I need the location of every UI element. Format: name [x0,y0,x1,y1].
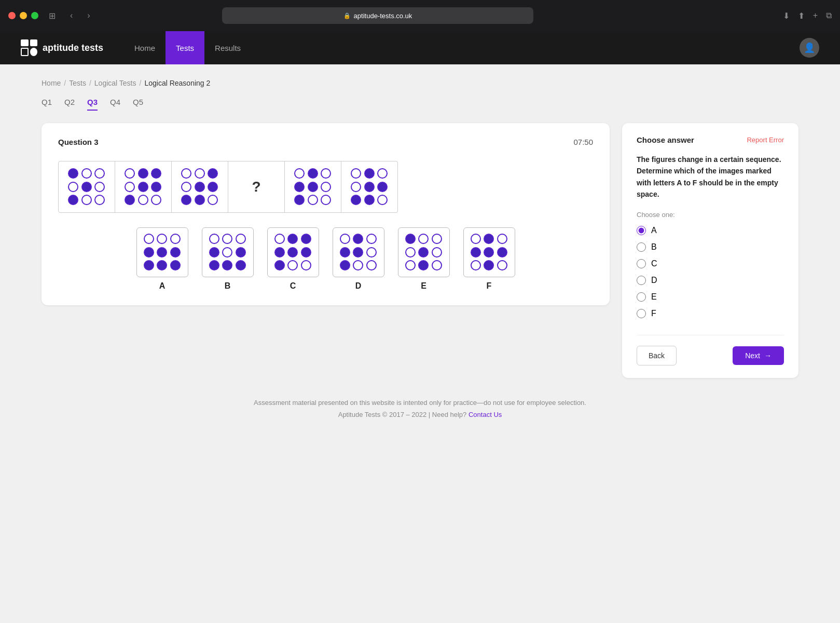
answer-col-C: C [265,227,322,291]
separator-1: / [64,79,66,87]
radio-E[interactable] [637,292,646,302]
option-label-F: F [651,309,656,318]
main-layout: Question 3 07:50 [42,123,798,378]
nav-home[interactable]: Home [124,31,166,64]
browser-actions: ⬇ ⬆ + ⧉ [783,11,832,21]
answer-cell-F[interactable] [463,227,515,277]
option-D[interactable]: D [637,276,784,285]
answer-cell-A[interactable] [136,227,188,277]
navbar: aptitude tests Home Tests Results 👤 [0,31,840,64]
nav-results[interactable]: Results [204,31,251,64]
answer-cell-B[interactable] [202,227,254,277]
breadcrumb: Home / Tests / Logical Tests / Logical R… [42,79,798,87]
breadcrumb-logical-tests[interactable]: Logical Tests [94,79,136,87]
sequence-cell-4-empty: ? [228,161,285,213]
pattern-F [471,234,508,271]
option-label-E: E [651,292,657,302]
sequence-cell-2 [115,161,172,213]
pattern-1 [68,168,105,206]
answer-col-B: B [199,227,256,291]
question-title: Question 3 [58,138,99,146]
nav-tests[interactable]: Tests [166,31,204,64]
footer: Assessment material presented on this we… [42,378,798,431]
tab-q2[interactable]: Q2 [64,98,75,111]
answer-cell-C[interactable] [267,227,319,277]
radio-C[interactable] [637,259,646,268]
breadcrumb-current: Logical Reasoning 2 [144,79,210,87]
new-tab-icon[interactable]: + [813,11,818,20]
pattern-A [144,234,181,271]
tab-q5[interactable]: Q5 [133,98,143,111]
sequence-cell-5 [284,161,341,213]
pattern-6 [351,168,388,206]
tab-q4[interactable]: Q4 [110,98,120,111]
download-icon[interactable]: ⬇ [783,11,790,21]
url-text: aptitude-tests.co.uk [354,12,412,20]
label-C: C [290,281,296,291]
tab-q1[interactable]: Q1 [42,98,52,111]
answer-cell-D[interactable] [333,227,384,277]
instruction-text: The figures change in a certain sequence… [637,154,784,200]
option-E[interactable]: E [637,292,784,302]
maximize-traffic-light[interactable] [31,12,38,19]
timer: 07:50 [573,138,593,146]
arrow-right-icon: → [764,351,772,360]
sidebar-toggle-button[interactable]: ⊞ [45,9,60,23]
answer-col-E: E [395,227,452,291]
sequence-cell-6 [341,161,398,213]
answer-cell-E[interactable] [398,227,450,277]
separator-2: / [89,79,91,87]
action-buttons: Back Next → [637,335,784,365]
nav-user: 👤 [800,38,819,58]
pattern-3 [181,168,218,206]
pattern-E [405,234,443,271]
minimize-traffic-light[interactable] [20,12,27,19]
split-view-icon[interactable]: ⧉ [826,11,832,20]
radio-B[interactable] [637,242,646,252]
contact-us-link[interactable]: Contact Us [469,411,502,418]
breadcrumb-home[interactable]: Home [42,79,61,87]
lock-icon: 🔒 [343,12,351,19]
option-C[interactable]: C [637,259,784,268]
separator-3: / [140,79,142,87]
sequence-cell-1 [58,161,115,213]
pattern-2 [125,168,162,206]
option-A[interactable]: A [637,226,784,235]
answer-col-D: D [330,227,387,291]
forward-button[interactable]: › [83,9,94,22]
radio-A[interactable] [637,226,646,235]
browser-chrome: ⊞ ‹ › 🔒 aptitude-tests.co.uk ⬇ ⬆ + ⧉ [0,0,840,31]
page-content: Home / Tests / Logical Tests / Logical R… [0,64,840,623]
pattern-B [209,234,246,271]
radio-D[interactable] [637,276,646,285]
traffic-lights [8,12,38,19]
logo: aptitude tests [21,39,103,56]
option-F[interactable]: F [637,309,784,318]
back-button[interactable]: ‹ [66,9,77,22]
question-tabs: Q1 Q2 Q3 Q4 Q5 [42,98,798,111]
option-B[interactable]: B [637,242,784,252]
footer-copyright: Aptitude Tests © 2017 – 2022 | Need help… [42,411,798,418]
pattern-5 [294,168,332,206]
back-button[interactable]: Back [637,346,677,365]
tab-q3[interactable]: Q3 [87,98,98,111]
question-header: Question 3 07:50 [58,138,593,146]
option-label-B: B [651,242,657,252]
answer-options-row: A B [58,227,593,291]
radio-F[interactable] [637,309,646,318]
avatar[interactable]: 👤 [800,38,819,58]
share-icon[interactable]: ⬆ [798,11,805,21]
radio-options: A B C D E [637,226,784,318]
pattern-C [274,234,312,271]
address-bar[interactable]: 🔒 aptitude-tests.co.uk [222,7,533,24]
breadcrumb-tests[interactable]: Tests [69,79,86,87]
sequence-row: ? [58,161,593,213]
option-label-A: A [651,226,657,235]
next-button[interactable]: Next → [733,346,784,365]
option-label-C: C [651,259,657,268]
close-traffic-light[interactable] [8,12,16,19]
label-A: A [159,281,166,291]
label-B: B [225,281,231,291]
report-error-link[interactable]: Report Error [747,136,784,144]
option-label-D: D [651,276,657,285]
